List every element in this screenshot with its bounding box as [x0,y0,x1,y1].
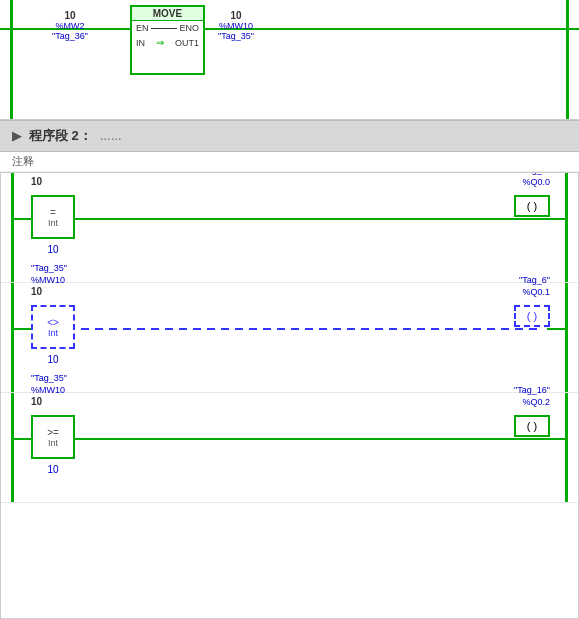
r2-contact-name: %MW10 [31,273,65,285]
r3-contact-name: %MW10 [31,383,65,395]
comment-label: 注释 [12,155,34,167]
r1-contact-tag-above: 10 [31,175,42,187]
arrow-icon: ⇒ [156,37,164,48]
r3-contact-val-below: 10 [31,463,75,475]
top-section: 10 %MW2 "Tag_36" MOVE EN ENO IN ⇒ OUT1 1… [0,0,579,120]
r2-coil-name: %Q0.1 [522,285,550,297]
left-rail-r1 [11,173,14,282]
rung-2: 10 %MW10 "Tag_35" <> Int 10 [1,283,578,393]
move-block-io-row: IN ⇒ OUT1 [132,35,203,50]
left-rail-r2 [11,283,14,392]
contact-block-r2: 10 %MW10 "Tag_35" <> Int 10 [31,305,75,349]
contact-block-r3: 10 %MW10 "Tag_35" >= Int 10 [31,415,75,459]
left-power-rail-top [10,0,13,119]
r3-coil-name: %Q0.2 [522,395,550,407]
r1-coil-box[interactable]: ( ) [514,195,550,217]
right-power-rail-top [566,0,569,119]
rung-1: 10 %MW10 "Tag_35" = Int 10 [1,173,578,283]
rung2-line-right [547,328,565,330]
r2-contact-val-top: 10 [31,285,42,297]
comment-row: 注释 [0,152,579,172]
r1-coil-name: %Q0.0 [522,175,550,187]
move-block: MOVE EN ENO IN ⇒ OUT1 [130,5,205,75]
rung1-line [14,218,565,220]
r1-contact-name: %MW10 [31,172,65,175]
in-label: IN [136,38,145,48]
in-tag-value: 10 %MW2 "Tag_36" [52,10,88,41]
eno-label: ENO [179,23,199,33]
rung-3: 10 %MW10 "Tag_35" >= Int 10 [1,393,578,503]
r2-contact-label: "Tag_35" [31,261,67,273]
out-tag-value: 10 %MW10 "Tag_35" [218,10,254,41]
segment2-dots: …… [100,130,122,142]
main-container: 10 %MW2 "Tag_36" MOVE EN ENO IN ⇒ OUT1 1… [0,0,579,619]
right-rail-r2 [565,283,568,392]
r1-contact-box[interactable]: = Int [31,195,75,239]
r2-contact-box[interactable]: <> Int [31,305,75,349]
contact-block-r1: 10 %MW10 "Tag_35" = Int 10 [31,195,75,239]
r3-contact-label: "Tag_35" [31,371,67,383]
rung2-line-left [14,328,31,330]
r2-coil-box[interactable]: ( ) [514,305,550,327]
r2-coil-label: "Tag_6" [519,273,550,285]
coil-block-r2: %Q0.1 "Tag_6" ( ) [514,305,550,327]
move-block-en-row: EN ENO [132,21,203,35]
segment2-title: 程序段 2： [29,127,92,145]
en-line [151,28,178,29]
rung3-line [14,438,565,440]
r3-coil-label: "Tag_16" [514,383,550,395]
r2-contact-val-below: 10 [31,353,75,365]
coil-block-r3: %Q0.2 "Tag_16" ( ) [514,415,550,437]
right-rail-r3 [565,393,568,502]
r3-coil-box[interactable]: ( ) [514,415,550,437]
right-rail-r1 [565,173,568,282]
rung2-line-dashed [81,328,538,330]
left-rail-r3 [11,393,14,502]
r1-coil-label: "Tag_2" [519,172,550,175]
en-label: EN [136,23,149,33]
segment-arrow-icon[interactable]: ▶ [12,129,21,143]
move-block-title: MOVE [132,7,203,21]
r3-contact-val-top: 10 [31,395,42,407]
r1-contact-val-below: 10 [31,243,75,255]
ladder-area: 10 %MW10 "Tag_35" = Int 10 [0,172,579,619]
out1-label: OUT1 [175,38,199,48]
coil-block-r1: %Q0.0 "Tag_2" ( ) [514,195,550,217]
r3-contact-box[interactable]: >= Int [31,415,75,459]
segment2-header: ▶ 程序段 2： …… [0,120,579,152]
